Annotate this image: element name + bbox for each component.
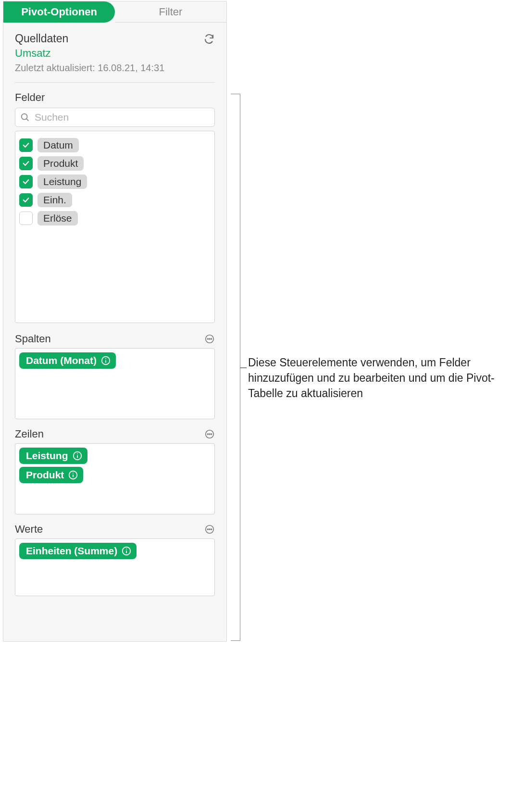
fields-search-input[interactable] [15, 108, 215, 127]
rows-more-icon[interactable] [204, 429, 215, 439]
svg-line-1 [26, 119, 28, 121]
svg-point-18 [73, 473, 74, 474]
rows-label: Zeilen [15, 428, 44, 440]
field-chip[interactable]: Produkt [37, 156, 84, 171]
source-data-heading: Quelldaten [15, 32, 68, 45]
svg-point-10 [207, 434, 208, 435]
tab-pivot-options[interactable]: Pivot-Optionen [3, 1, 115, 23]
field-checkbox[interactable] [19, 157, 33, 170]
svg-point-21 [209, 529, 210, 530]
field-chip[interactable]: Erlöse [37, 211, 78, 225]
field-row: Einh. [19, 191, 211, 209]
pivot-options-panel: Pivot-Optionen Filter Quelldaten Umsatz … [3, 1, 227, 642]
last-updated: Zuletzt aktualisiert: 16.08.21, 14:31 [15, 62, 215, 74]
svg-point-22 [211, 529, 212, 530]
field-checkbox[interactable] [19, 175, 33, 188]
svg-point-4 [209, 338, 210, 339]
callout-bracket [231, 94, 240, 641]
field-row: Datum [19, 136, 211, 154]
svg-point-15 [77, 453, 78, 454]
callout-text: Diese Steuerelemente verwenden, um Felde… [248, 355, 517, 401]
values-more-icon[interactable] [204, 524, 215, 535]
field-row: Erlöse [19, 209, 211, 227]
tabs: Pivot-Optionen Filter [3, 1, 226, 23]
columns-more-icon[interactable] [204, 334, 215, 344]
field-checkbox[interactable] [19, 212, 33, 225]
svg-point-8 [105, 358, 106, 359]
callout-bracket-tick [240, 367, 247, 368]
refresh-icon[interactable] [203, 33, 215, 45]
zone-chip[interactable]: Produkt [19, 467, 83, 483]
columns-drop-zone[interactable]: Datum (Monat) [15, 348, 215, 419]
fields-list: DatumProduktLeistungEinh.Erlöse [15, 131, 215, 323]
zone-chip[interactable]: Einheiten (Summe) [19, 543, 137, 559]
zone-chip[interactable]: Datum (Monat) [19, 352, 116, 369]
field-row: Produkt [19, 154, 211, 173]
zone-chip-label: Produkt [26, 469, 64, 481]
svg-point-20 [207, 529, 208, 530]
fields-label: Felder [15, 91, 215, 104]
field-row: Leistung [19, 173, 211, 191]
tab-filter[interactable]: Filter [115, 1, 226, 23]
field-chip[interactable]: Datum [37, 138, 79, 152]
source-name[interactable]: Umsatz [15, 47, 215, 60]
svg-point-12 [211, 434, 212, 435]
field-chip[interactable]: Einh. [37, 193, 72, 207]
divider [15, 82, 215, 83]
zone-chip-label: Leistung [26, 450, 68, 462]
tab-pivot-options-label: Pivot-Optionen [21, 6, 97, 18]
tab-filter-label: Filter [159, 6, 183, 18]
zone-chip-label: Datum (Monat) [26, 355, 97, 366]
columns-label: Spalten [15, 333, 51, 345]
zone-chip-label: Einheiten (Summe) [26, 545, 117, 557]
field-checkbox[interactable] [19, 138, 33, 152]
field-checkbox[interactable] [19, 193, 33, 207]
svg-point-5 [211, 338, 212, 339]
svg-point-25 [126, 549, 127, 550]
values-drop-zone[interactable]: Einheiten (Summe) [15, 538, 215, 596]
svg-point-3 [207, 338, 208, 339]
zone-chip[interactable]: Leistung [19, 448, 87, 464]
svg-point-11 [209, 434, 210, 435]
values-label: Werte [15, 523, 43, 536]
svg-point-0 [22, 114, 27, 120]
field-chip[interactable]: Leistung [37, 175, 87, 189]
rows-drop-zone[interactable]: LeistungProdukt [15, 443, 215, 514]
